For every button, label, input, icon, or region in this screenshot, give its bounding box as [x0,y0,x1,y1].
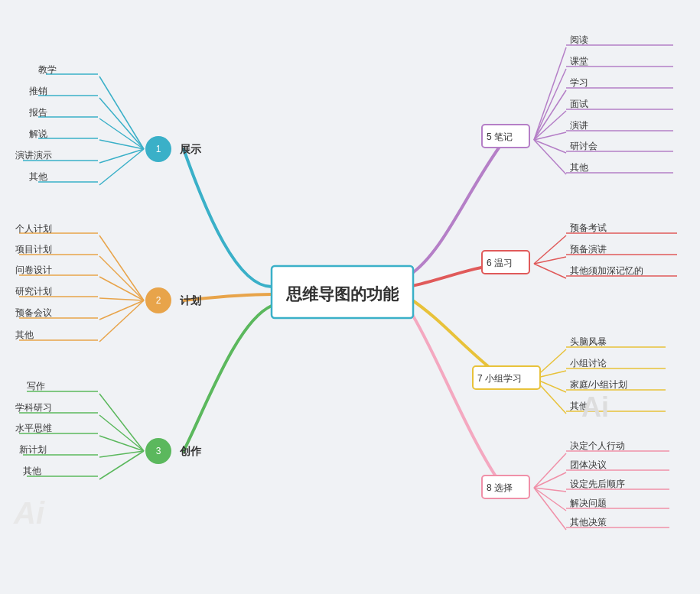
leaf-label: 头脑风暴 [570,336,607,347]
leaf-label: 学习 [570,77,588,88]
leaf-label: 其他 [29,171,47,182]
leaf-label: 研讨会 [570,141,597,151]
watermark: Ai [581,391,609,423]
leaf-label: 写作 [27,381,45,391]
leaf-label: 水平思维 [15,423,52,433]
svg-text:6 温习: 6 温习 [487,258,513,268]
leaf-label: 报告 [28,107,47,118]
leaf-label: 阅读 [570,34,588,45]
leaf-label: 演讲演示 [15,150,52,161]
svg-text:2: 2 [156,295,161,306]
svg-text:7 小组学习: 7 小组学习 [477,373,522,384]
svg-text:计划: 计划 [180,294,201,307]
leaf-label: 家庭/小组计划 [570,379,627,390]
leaf-label: 问卷设计 [15,265,52,275]
leaf-label: 决定个人行动 [570,440,625,451]
leaf-label: 预备考试 [570,222,607,233]
svg-text:3: 3 [156,446,161,456]
leaf-label: 课堂 [570,56,588,67]
leaf-label: 其他 [570,162,588,173]
leaf-label: 团体决议 [570,459,607,470]
leaf-label: 学科研习 [15,402,52,413]
leaf-label: 其他 [23,466,41,476]
leaf-label: 解决问题 [570,498,607,508]
leaf-label: 新计划 [19,444,47,455]
leaf-label: 项目计划 [15,244,52,255]
svg-text:5 笔记: 5 笔记 [487,131,513,142]
leaf-label: 教学 [38,64,57,75]
watermark-left: Ai [13,496,45,530]
leaf-label: 推销 [29,86,47,96]
leaf-label: 其他决策 [570,517,607,527]
leaf-label: 其他须加深记忆的 [570,265,643,276]
leaf-label: 演讲 [570,120,588,131]
svg-text:8 选择: 8 选择 [487,482,513,493]
svg-text:展示: 展示 [179,143,202,155]
leaf-label: 个人计划 [15,223,52,234]
svg-text:1: 1 [156,144,161,154]
leaf-label: 研究计划 [15,286,52,297]
center-node-text: 思维导图的功能 [285,285,399,303]
leaf-label: 解说 [29,128,47,139]
leaf-label: 预备会议 [15,307,52,318]
leaf-label: 面试 [570,99,588,109]
leaf-label: 预备演讲 [570,244,607,255]
leaf-label: 小组讨论 [570,358,607,368]
svg-text:创作: 创作 [179,445,202,457]
leaf-label: 设定先后顺序 [570,479,625,489]
leaf-label: 其他 [15,329,34,340]
